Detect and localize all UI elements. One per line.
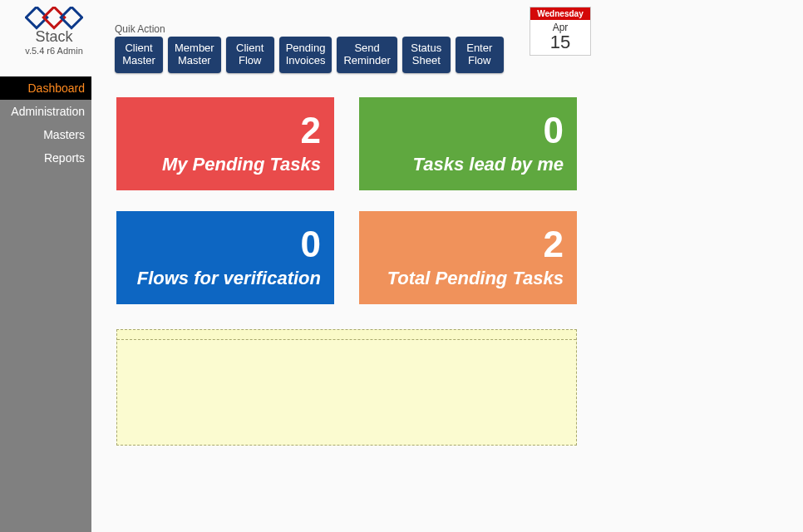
notes-body[interactable]	[117, 340, 576, 445]
send-reminder-button[interactable]: Send Reminder	[337, 37, 397, 73]
app-version: v.5.4 r6 Admin	[8, 46, 100, 56]
date-widget: Wednesday Apr 15	[530, 7, 591, 56]
card-total-pending-tasks[interactable]: 2 Total Pending Tasks	[359, 211, 577, 304]
card-value: 2	[301, 112, 321, 149]
sidebar-item-administration[interactable]: Administration	[0, 100, 91, 123]
card-flows-for-verification[interactable]: 0 Flows for verification	[116, 211, 334, 304]
sidebar-item-reports[interactable]: Reports	[0, 146, 91, 170]
notes-panel	[116, 329, 577, 446]
enter-flow-button[interactable]: Enter Flow	[456, 37, 504, 73]
date-weekday: Wednesday	[530, 7, 590, 20]
notes-header	[117, 330, 576, 340]
card-label: My Pending Tasks	[162, 154, 321, 175]
sidebar-item-dashboard[interactable]: Dashboard	[0, 76, 91, 100]
card-label: Total Pending Tasks	[387, 268, 564, 289]
body-row: Dashboard Administration Masters Reports…	[0, 76, 803, 532]
quick-action-buttons: Client Master Member Master Client Flow …	[115, 37, 504, 73]
client-flow-button[interactable]: Client Flow	[226, 37, 274, 73]
pending-invoices-button[interactable]: Pending Invoices	[279, 37, 333, 73]
client-master-button[interactable]: Client Master	[115, 37, 163, 73]
card-label: Tasks lead by me	[413, 154, 564, 175]
member-master-button[interactable]: Member Master	[168, 37, 221, 73]
card-tasks-lead-by-me[interactable]: 0 Tasks lead by me	[359, 97, 577, 190]
quick-action-label: Quik Action	[115, 23, 504, 35]
date-day-number: 15	[530, 33, 590, 55]
sidebar-item-masters[interactable]: Masters	[0, 123, 91, 146]
sidebar: Dashboard Administration Masters Reports	[0, 76, 91, 532]
card-value: 2	[544, 226, 564, 263]
app-name: Stack	[8, 28, 100, 46]
quick-action-block: Quik Action Client Master Member Master …	[115, 23, 504, 73]
card-value: 0	[544, 112, 564, 149]
app-header: Stack v.5.4 r6 Admin Quik Action Client …	[0, 0, 803, 76]
card-value: 0	[301, 226, 321, 263]
status-sheet-button[interactable]: Status Sheet	[402, 37, 451, 73]
card-label: Flows for verification	[137, 268, 321, 289]
card-my-pending-tasks[interactable]: 2 My Pending Tasks	[116, 97, 334, 190]
logo-block: Stack v.5.4 r6 Admin	[8, 7, 100, 56]
logo-icon	[25, 7, 83, 30]
dashboard-cards: 2 My Pending Tasks 0 Tasks lead by me 0 …	[116, 97, 778, 304]
main-content: 2 My Pending Tasks 0 Tasks lead by me 0 …	[91, 76, 803, 532]
